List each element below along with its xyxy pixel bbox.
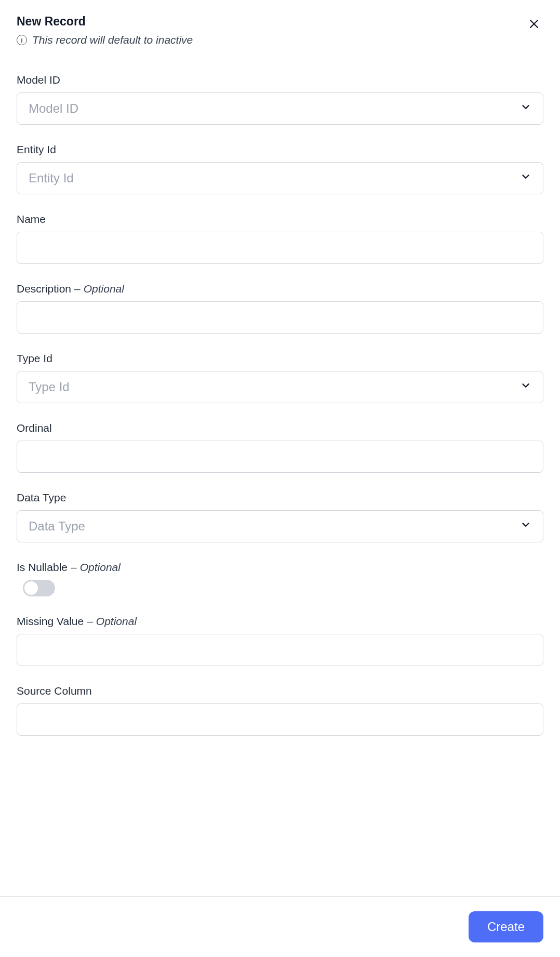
select-type-id[interactable]: Type Id — [17, 371, 543, 403]
input-name[interactable] — [29, 232, 531, 263]
label-missing-value-text: Missing Value — [17, 615, 84, 628]
label-entity-id: Entity Id — [17, 143, 543, 156]
select-entity-id-placeholder: Entity Id — [29, 171, 74, 185]
dialog-header: New Record i This record will default to… — [0, 0, 560, 59]
info-icon: i — [17, 35, 27, 45]
optional-dash: – — [71, 561, 77, 574]
dialog-subtitle-row: i This record will default to inactive — [17, 34, 193, 46]
input-source-column-wrap — [17, 703, 543, 736]
select-data-type[interactable]: Data Type — [17, 510, 543, 542]
optional-dash: – — [87, 615, 93, 628]
optional-text: Optional — [84, 283, 124, 295]
field-model-id: Model ID Model ID — [17, 74, 543, 125]
close-button[interactable] — [525, 15, 543, 35]
label-source-column: Source Column — [17, 685, 543, 697]
input-description-wrap — [17, 301, 543, 334]
optional-text: Optional — [80, 561, 121, 574]
select-type-id-placeholder: Type Id — [29, 380, 70, 394]
label-description: Description – Optional — [17, 283, 543, 295]
label-is-nullable-text: Is Nullable — [17, 561, 68, 574]
label-description-text: Description — [17, 283, 71, 295]
chevron-down-icon — [520, 380, 531, 394]
label-missing-value: Missing Value – Optional — [17, 615, 543, 628]
label-model-id: Model ID — [17, 74, 543, 86]
toggle-knob — [24, 581, 38, 595]
field-source-column: Source Column — [17, 685, 543, 736]
label-ordinal: Ordinal — [17, 422, 543, 434]
field-ordinal: Ordinal — [17, 422, 543, 473]
label-data-type: Data Type — [17, 491, 543, 504]
field-missing-value: Missing Value – Optional — [17, 615, 543, 666]
input-missing-value-wrap — [17, 634, 543, 666]
field-type-id: Type Id Type Id — [17, 352, 543, 403]
chevron-down-icon — [520, 519, 531, 534]
dialog-subtitle: This record will default to inactive — [32, 34, 193, 46]
input-source-column[interactable] — [29, 704, 531, 735]
select-model-id[interactable]: Model ID — [17, 92, 543, 125]
header-left: New Record i This record will default to… — [17, 15, 193, 46]
input-ordinal-wrap — [17, 441, 543, 473]
dialog-footer: Create — [0, 896, 560, 957]
field-name: Name — [17, 213, 543, 264]
chevron-down-icon — [520, 101, 531, 116]
select-entity-id[interactable]: Entity Id — [17, 162, 543, 194]
dialog-title: New Record — [17, 15, 193, 29]
label-type-id: Type Id — [17, 352, 543, 365]
optional-text: Optional — [96, 615, 137, 628]
field-description: Description – Optional — [17, 283, 543, 334]
label-is-nullable: Is Nullable – Optional — [17, 561, 543, 574]
toggle-is-nullable[interactable] — [23, 580, 55, 596]
field-is-nullable: Is Nullable – Optional — [17, 561, 543, 596]
select-data-type-placeholder: Data Type — [29, 519, 85, 534]
create-button[interactable]: Create — [469, 911, 543, 942]
input-missing-value[interactable] — [29, 634, 531, 666]
input-name-wrap — [17, 232, 543, 264]
close-icon — [528, 24, 540, 32]
chevron-down-icon — [520, 171, 531, 185]
select-model-id-placeholder: Model ID — [29, 101, 78, 116]
form-body: Model ID Model ID Entity Id Entity Id Na… — [0, 59, 560, 896]
input-description[interactable] — [29, 302, 531, 333]
field-data-type: Data Type Data Type — [17, 491, 543, 542]
field-entity-id: Entity Id Entity Id — [17, 143, 543, 194]
input-ordinal[interactable] — [29, 441, 531, 472]
label-name: Name — [17, 213, 543, 225]
optional-dash: – — [74, 283, 81, 295]
